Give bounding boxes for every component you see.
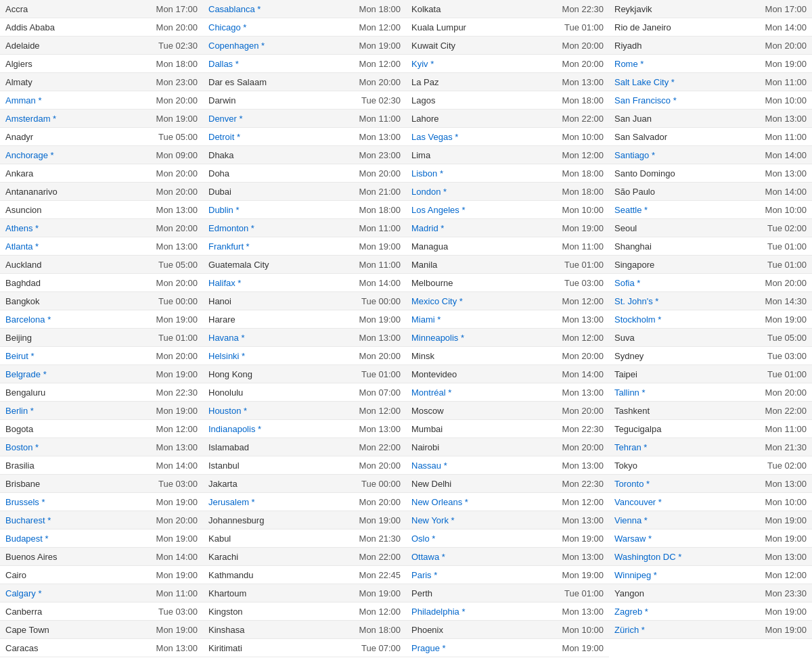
city-name[interactable]: Amman *: [5, 95, 41, 105]
city-name[interactable]: Berlin *: [5, 406, 34, 416]
city-name[interactable]: Las Vegas *: [411, 132, 458, 142]
city-time: Mon 20:00: [156, 95, 198, 105]
city-name[interactable]: Minneapolis *: [411, 333, 464, 343]
city-time: Mon 07:00: [359, 387, 401, 398]
city-name[interactable]: St. John's *: [614, 296, 658, 306]
city-name: Sydney: [614, 351, 644, 361]
table-row: Helsinki *Mon 20:00: [203, 347, 406, 365]
city-name[interactable]: Toronto *: [614, 479, 650, 489]
city-time: Mon 13:00: [156, 205, 198, 215]
city-name[interactable]: Winnipeg *: [614, 570, 657, 580]
city-name[interactable]: New York *: [411, 515, 455, 525]
city-name: Jakarta: [208, 479, 238, 489]
city-name[interactable]: Nassau *: [411, 460, 447, 471]
city-name: Seoul: [614, 223, 637, 233]
city-name[interactable]: Copenhagen *: [208, 41, 265, 51]
city-name[interactable]: Lisbon *: [411, 168, 443, 179]
city-name[interactable]: Montréal *: [411, 387, 451, 398]
city-name[interactable]: Beirut *: [5, 351, 35, 361]
city-name[interactable]: Oslo *: [411, 534, 435, 544]
city-name[interactable]: Rome *: [614, 59, 644, 69]
city-name[interactable]: Anchorage *: [5, 150, 54, 160]
city-name[interactable]: Amsterdam *: [5, 114, 56, 124]
city-name[interactable]: Washington DC *: [614, 552, 681, 562]
table-row: AlmatyMon 23:00: [0, 73, 203, 91]
table-row: AnadyrTue 05:00: [0, 128, 203, 146]
table-row: PerthTue 01:00: [406, 584, 609, 602]
city-name[interactable]: Detroit *: [208, 132, 240, 142]
city-name[interactable]: Zürich *: [614, 625, 645, 635]
table-row: Vienna *Mon 19:00: [609, 511, 812, 529]
city-name[interactable]: Halifax *: [208, 278, 241, 288]
city-name[interactable]: Brussels *: [5, 497, 45, 507]
city-name[interactable]: Paris *: [411, 570, 437, 580]
table-row: Guatemala CityMon 11:00: [203, 256, 406, 274]
city-name[interactable]: Ottawa *: [411, 552, 445, 562]
city-name[interactable]: Seattle *: [614, 205, 648, 215]
city-name[interactable]: Philadelphia *: [411, 607, 466, 617]
city-name[interactable]: Edmonton *: [208, 223, 254, 233]
city-name[interactable]: Madrid *: [411, 223, 444, 233]
city-name[interactable]: Tallinn *: [614, 387, 646, 398]
city-name[interactable]: Belgrade *: [5, 369, 47, 379]
city-name[interactable]: Santiago *: [614, 150, 655, 160]
city-name[interactable]: Vancouver *: [614, 497, 662, 507]
city-name[interactable]: Dublin *: [208, 205, 240, 215]
city-time: Mon 11:00: [562, 241, 604, 252]
table-row: Ottawa *Mon 13:00: [406, 548, 609, 566]
city-name[interactable]: Jerusalem *: [208, 497, 255, 507]
city-name[interactable]: Tehran *: [614, 442, 647, 452]
city-name[interactable]: Salt Lake City *: [614, 77, 675, 87]
city-name[interactable]: Sofia *: [614, 278, 640, 288]
table-row: Kyiv *Mon 20:00: [406, 55, 609, 73]
city-name: Buenos Aires: [5, 552, 58, 562]
table-row: TashkentMon 22:00: [609, 402, 812, 420]
city-name: Lagos: [411, 95, 435, 105]
city-name[interactable]: Dallas *: [208, 59, 239, 69]
city-name[interactable]: San Francisco *: [614, 95, 677, 105]
city-time: Mon 14:30: [765, 296, 807, 306]
city-name[interactable]: Boston *: [5, 442, 39, 452]
city-name[interactable]: Havana *: [208, 333, 244, 343]
city-name[interactable]: Houston *: [208, 406, 247, 416]
city-name[interactable]: New Orleans *: [411, 497, 468, 507]
table-row: HarareMon 19:00: [203, 310, 406, 329]
city-name[interactable]: Chicago *: [208, 22, 246, 32]
city-time: Mon 10:00: [562, 625, 604, 635]
city-name[interactable]: Budapest *: [5, 534, 49, 544]
table-row: Toronto *Mon 13:00: [609, 475, 812, 493]
city-name[interactable]: Stockholm *: [614, 314, 661, 325]
city-time: Mon 20:00: [156, 22, 198, 32]
city-name[interactable]: Zagreb *: [614, 607, 648, 617]
city-name[interactable]: Calgary *: [5, 588, 41, 598]
city-name[interactable]: Barcelona *: [5, 314, 51, 325]
city-name[interactable]: Frankfurt *: [208, 241, 250, 252]
table-row: IstanbulMon 20:00: [203, 456, 406, 475]
table-row: Frankfurt *Mon 19:00: [203, 237, 406, 256]
city-name[interactable]: Bucharest *: [5, 515, 51, 525]
table-row: Buenos AiresMon 14:00: [0, 548, 203, 566]
table-row: Berlin *Mon 19:00: [0, 402, 203, 420]
table-row: Rome *Mon 19:00: [609, 55, 812, 73]
city-name[interactable]: Helsinki *: [208, 351, 245, 361]
table-row: New Orleans *Mon 12:00: [406, 493, 609, 511]
city-name[interactable]: Athens *: [5, 223, 39, 233]
city-name[interactable]: Atlanta *: [5, 241, 39, 252]
city-time: Mon 13:00: [765, 479, 807, 489]
city-name[interactable]: Denver *: [208, 114, 243, 124]
city-name[interactable]: Mexico City *: [411, 296, 463, 306]
table-row: BeijingTue 01:00: [0, 329, 203, 347]
city-name[interactable]: Casablanca *: [208, 4, 261, 14]
city-name[interactable]: Los Angeles *: [411, 205, 466, 215]
city-name[interactable]: Vienna *: [614, 515, 648, 525]
city-name[interactable]: Prague *: [411, 643, 446, 653]
city-time: Mon 20:00: [156, 223, 198, 233]
city-name[interactable]: Warsaw *: [614, 534, 652, 544]
city-time: Mon 10:00: [765, 205, 807, 215]
city-name[interactable]: Kyiv *: [411, 59, 434, 69]
table-row: Stockholm *Mon 19:00: [609, 310, 812, 329]
city-name[interactable]: Indianapolis *: [208, 424, 261, 434]
city-name[interactable]: Miami *: [411, 314, 441, 325]
city-name[interactable]: London *: [411, 187, 447, 197]
city-time: Mon 18:00: [359, 4, 401, 14]
